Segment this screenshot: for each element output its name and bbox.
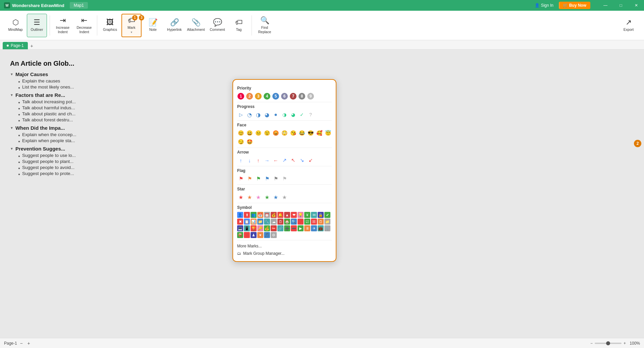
minimize-button[interactable]: — [598, 0, 613, 11]
flag-orange[interactable]: ⚑ [246, 175, 253, 182]
buy-now-button[interactable]: 🛒 Buy Now [559, 2, 590, 9]
arrow-ne[interactable]: ↗ [281, 157, 288, 164]
priority-7[interactable]: 7 [289, 93, 297, 100]
arrow-sw[interactable]: ↙ [307, 157, 314, 164]
flag-red[interactable]: ⚑ [237, 175, 245, 182]
face-3[interactable]: 😐 [255, 129, 262, 137]
symbol-item[interactable]: ⛔ [271, 225, 277, 231]
star-grey[interactable]: ★ [281, 193, 288, 201]
symbol-item[interactable]: ♟ [251, 232, 257, 238]
page-plus-button[interactable]: + [26, 340, 32, 346]
symbol-item[interactable]: ✔ [324, 212, 330, 218]
priority-4[interactable]: 4 [263, 93, 271, 100]
mark-group-manager[interactable]: 🗂 Mark Group Manager... [237, 250, 332, 257]
face-7[interactable]: 😘 [289, 129, 297, 137]
factors-red-header[interactable]: ▼ Factors that are Re... [10, 92, 76, 98]
flag-white[interactable]: ⚑ [281, 175, 288, 182]
symbol-item[interactable]: ❓ [298, 219, 304, 225]
arrow-up[interactable]: ↑ [237, 157, 245, 164]
symbol-item[interactable]: 🗒 [318, 219, 324, 225]
progress-2[interactable]: ◑ [255, 111, 262, 118]
face-12[interactable]: 😏 [237, 138, 245, 146]
arrow-up2[interactable]: ↑ [255, 157, 262, 164]
zoom-out-icon[interactable]: − [590, 341, 593, 346]
progress-0[interactable]: ▷ [237, 111, 245, 118]
title-tab[interactable]: Map1 [70, 2, 88, 9]
progress-5[interactable]: ◑ [281, 111, 288, 118]
symbol-item[interactable]: ⚙ [271, 232, 277, 238]
priority-5[interactable]: 5 [272, 93, 279, 100]
face-5[interactable]: 😡 [272, 129, 279, 137]
symbol-item[interactable]: 📅 [257, 212, 263, 218]
symbol-item[interactable]: 📱 [244, 225, 250, 231]
face-10[interactable]: 🥰 [316, 129, 323, 137]
symbol-item[interactable]: ✈ [311, 225, 317, 231]
arrow-left[interactable]: ← [272, 157, 279, 164]
star-yellow[interactable]: ★ [255, 193, 262, 201]
progress-8[interactable]: ? [307, 111, 314, 118]
export-button[interactable]: ↗ Export [619, 14, 639, 37]
symbol-item[interactable]: 🛒 [324, 225, 330, 231]
when-impact-header[interactable]: ▼ When Did the Impa... [10, 125, 76, 131]
symbol-item[interactable]: ❤ [291, 212, 297, 218]
symbol-item[interactable]: 🔧 [264, 219, 270, 225]
symbol-item[interactable]: 👥 [251, 212, 257, 218]
flag-grey[interactable]: ⚑ [272, 175, 279, 182]
symbol-item[interactable]: ⏰ [264, 212, 270, 218]
symbol-item[interactable]: ♥ [257, 232, 263, 238]
symbol-item[interactable]: 💻 [237, 225, 243, 231]
outliner-button[interactable]: ☰ Outliner [27, 14, 47, 37]
symbol-item[interactable]: ❗ [244, 232, 250, 238]
arrow-nw[interactable]: ↖ [289, 157, 297, 164]
symbol-item[interactable]: 📁 [324, 219, 330, 225]
symbol-item[interactable]: 📋 [244, 219, 250, 225]
symbol-item[interactable]: ▶ [298, 225, 304, 231]
symbol-item[interactable]: ✖ [237, 219, 243, 225]
progress-6[interactable]: ◕ [289, 111, 297, 118]
prevention-header[interactable]: ▼ Prevention Sugges... [10, 146, 76, 152]
progress-7[interactable]: ✓ [298, 111, 306, 118]
symbol-item[interactable]: ☒ [311, 219, 317, 225]
symbol-item[interactable]: ¥ [304, 212, 310, 218]
decrease-indent-button[interactable]: ⇤ DecreaseIndent [74, 14, 94, 37]
priority-6[interactable]: 6 [281, 93, 288, 100]
symbol-item[interactable]: 💡 [298, 212, 304, 218]
symbol-item[interactable]: 💰 [264, 225, 270, 231]
symbol-item[interactable]: ➕ [284, 225, 290, 231]
more-marks-link[interactable]: More Marks... [237, 242, 332, 250]
symbol-item[interactable]: 🔍 [291, 219, 297, 225]
symbol-item[interactable]: 🔒 [318, 212, 324, 218]
graphics-button[interactable]: 🖼 Graphics [100, 14, 120, 37]
symbol-item[interactable]: 🔔 [277, 212, 283, 218]
maximize-button[interactable]: □ [613, 0, 629, 11]
symbol-item[interactable]: 📦 [237, 232, 243, 238]
note-button[interactable]: 📝 Note [143, 14, 163, 37]
symbol-item[interactable]: 🔑 [257, 225, 263, 231]
priority-2[interactable]: 2 [246, 93, 253, 100]
add-tab-button[interactable]: + [29, 43, 35, 49]
symbol-item[interactable]: ✉ [311, 212, 317, 218]
mark-button[interactable]: 🏷 Mark ▼ [121, 14, 142, 37]
symbol-item[interactable]: 📊 [251, 219, 257, 225]
symbol-item[interactable]: ☁ [271, 219, 277, 225]
face-2[interactable]: 😀 [246, 129, 253, 137]
symbol-item[interactable]: 🏆 [251, 225, 257, 231]
face-4[interactable]: 😟 [263, 129, 271, 137]
sign-in-button[interactable]: 👤 Sign In [535, 3, 553, 8]
symbol-item[interactable]: 🔗 [277, 225, 283, 231]
hyperlink-button[interactable]: 🔗 Hyperlink [164, 14, 184, 37]
flag-green[interactable]: ⚑ [255, 175, 262, 182]
face-11[interactable]: 😇 [324, 129, 332, 137]
page-1-tab[interactable]: Page-1 [3, 42, 28, 49]
arrow-se[interactable]: ↘ [298, 157, 306, 164]
progress-3[interactable]: ◕ [263, 111, 271, 118]
priority-9[interactable]: 9 [307, 93, 314, 100]
star-green[interactable]: ★ [263, 193, 271, 201]
face-1[interactable]: 😊 [237, 129, 245, 137]
face-8[interactable]: 😂 [298, 129, 306, 137]
flag-blue[interactable]: ⚑ [263, 175, 271, 182]
star-orange[interactable]: ★ [246, 193, 253, 201]
symbol-item[interactable]: ☑ [304, 219, 310, 225]
symbol-item[interactable]: ➖ [291, 225, 297, 231]
symbol-item[interactable]: 🏠 [284, 219, 290, 225]
